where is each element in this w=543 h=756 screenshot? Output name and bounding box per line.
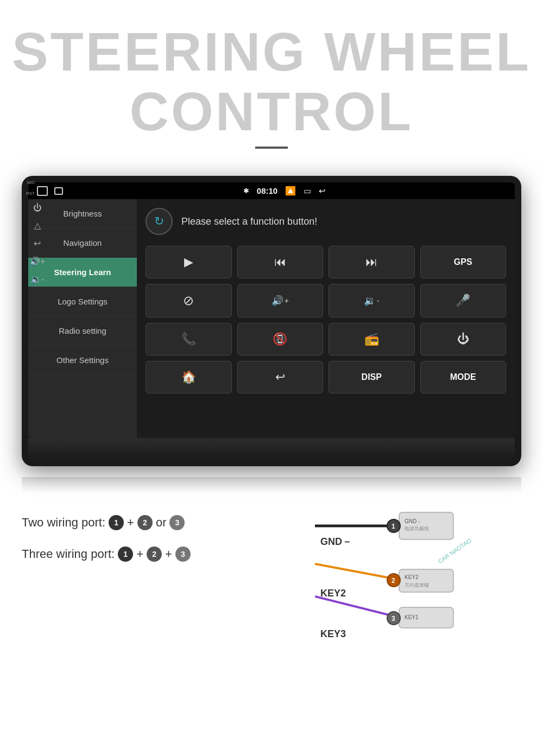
svg-text:KEY1: KEY1 bbox=[405, 614, 419, 620]
svg-text:CAR NAOTAO: CAR NAOTAO bbox=[437, 537, 472, 564]
svg-text:2: 2 bbox=[392, 577, 395, 585]
refresh-icon: ↻ bbox=[154, 214, 164, 228]
home-icon bbox=[37, 186, 48, 196]
plus-2b: + bbox=[165, 547, 172, 561]
gps-button[interactable]: GPS bbox=[420, 246, 507, 278]
bluetooth-icon: ✱ bbox=[243, 187, 249, 195]
wiring-diagram: GND - 电源负极线 1 KEY2 方向盘按键 2 KEY1 3 bbox=[315, 510, 521, 664]
home-side-icon[interactable]: △ bbox=[34, 220, 41, 231]
circle-3a: 3 bbox=[169, 515, 185, 530]
svg-text:GND -: GND - bbox=[405, 518, 420, 524]
sidebar-item-radio-setting[interactable]: Radio setting bbox=[28, 316, 137, 346]
mic-label: MIC bbox=[27, 180, 35, 185]
wiring-line-1: Two wiring port: 1 + 2 or 3 bbox=[22, 515, 304, 530]
svg-text:3: 3 bbox=[392, 615, 395, 622]
phone-button[interactable]: 📞 bbox=[146, 323, 232, 355]
two-wiring-label: Two wiring port: bbox=[22, 516, 105, 530]
svg-rect-8 bbox=[399, 569, 453, 592]
end-call-button[interactable]: 📵 bbox=[237, 323, 324, 355]
title-divider bbox=[255, 147, 288, 149]
circle-3b: 3 bbox=[175, 547, 191, 562]
wiring-svg: GND - 电源负极线 1 KEY2 方向盘按键 2 KEY1 3 bbox=[315, 510, 521, 662]
svg-text:KEY3: KEY3 bbox=[320, 628, 346, 639]
function-header: ↻ Please select a function button! bbox=[146, 208, 506, 235]
clock: 08:10 bbox=[257, 186, 277, 195]
signal-icon: ▭ bbox=[304, 186, 311, 196]
main-title: STEERING WHEEL CONTROL bbox=[11, 22, 532, 141]
plus-1a: + bbox=[127, 516, 134, 530]
wiring-text-col: Two wiring port: 1 + 2 or 3 Three wiring… bbox=[22, 510, 304, 578]
radio-button[interactable]: 📻 bbox=[329, 323, 415, 355]
function-prompt: Please select a function button! bbox=[181, 216, 317, 227]
wiring-row: Two wiring port: 1 + 2 or 3 Three wiring… bbox=[22, 510, 521, 664]
device-section: MIC RST ⏻ △ ↩ 🔊+ 🔉- ✱ 08:10 🔼 ▭ bbox=[0, 176, 543, 477]
device-outer: MIC RST ⏻ △ ↩ 🔊+ 🔉- ✱ 08:10 🔼 ▭ bbox=[22, 176, 521, 466]
wiring-line-2: Three wiring port: 1 + 2 + 3 bbox=[22, 547, 304, 562]
disp-button[interactable]: DISP bbox=[329, 361, 415, 393]
sidebar-item-other-settings[interactable]: Other Settings bbox=[28, 346, 137, 375]
back-button[interactable]: ↩ bbox=[237, 361, 324, 393]
status-bar: ✱ 08:10 🔼 ▭ ↩ bbox=[28, 182, 515, 199]
bottom-section: Two wiring port: 1 + 2 or 3 Three wiring… bbox=[0, 493, 543, 680]
vol-up-side-icon[interactable]: 🔊+ bbox=[29, 256, 45, 266]
header-section: STEERING WHEEL CONTROL bbox=[0, 0, 543, 176]
svg-text:方向盘按键: 方向盘按键 bbox=[405, 582, 429, 588]
prev-button[interactable]: ⏮ bbox=[237, 246, 324, 278]
vol-down-button[interactable]: 🔉- bbox=[329, 284, 415, 317]
svg-text:KEY2: KEY2 bbox=[405, 574, 419, 580]
mic-button[interactable]: 🎤 bbox=[420, 284, 507, 317]
or-text: or bbox=[156, 516, 167, 530]
power-side-icon[interactable]: ⏻ bbox=[33, 203, 42, 213]
nav-back-icon: ↩ bbox=[319, 186, 326, 196]
grid-buttons: ▶ ⏮ ⏭ GPS ⊘ 🔊+ 🔉- 🎤 📞 📵 📻 ⏻ bbox=[146, 246, 506, 393]
refresh-button[interactable]: ↻ bbox=[146, 208, 173, 235]
rst-label: RST bbox=[26, 191, 35, 196]
recents-icon bbox=[54, 187, 63, 195]
next-button[interactable]: ⏭ bbox=[329, 246, 415, 278]
mute-button[interactable]: ⊘ bbox=[146, 284, 232, 317]
status-center: ✱ 08:10 🔼 ▭ ↩ bbox=[243, 186, 326, 196]
play-button[interactable]: ▶ bbox=[146, 246, 232, 278]
side-icons: ⏻ △ ↩ 🔊+ 🔉- bbox=[29, 203, 45, 284]
svg-text:电源负极线: 电源负极线 bbox=[405, 526, 429, 531]
power-button[interactable]: ⏻ bbox=[420, 323, 507, 355]
svg-text:1: 1 bbox=[392, 523, 395, 530]
status-left bbox=[37, 186, 63, 196]
vol-up-button[interactable]: 🔊+ bbox=[237, 284, 324, 317]
device-reflection bbox=[28, 438, 515, 460]
circle-2b: 2 bbox=[147, 547, 162, 562]
plus-1b: + bbox=[136, 547, 143, 561]
shadow bbox=[22, 477, 521, 493]
sidebar-item-logo-settings[interactable]: Logo Settings bbox=[28, 287, 137, 316]
svg-text:GND－: GND－ bbox=[320, 536, 352, 547]
vol-down-side-icon[interactable]: 🔉- bbox=[30, 274, 44, 284]
mode-button[interactable]: MODE bbox=[420, 361, 507, 393]
back-side-icon[interactable]: ↩ bbox=[34, 238, 41, 249]
function-panel: ↻ Please select a function button! ▶ ⏮ ⏭… bbox=[137, 199, 515, 438]
circle-2a: 2 bbox=[137, 515, 153, 530]
wifi-icon: 🔼 bbox=[285, 186, 296, 196]
home-button[interactable]: 🏠 bbox=[146, 361, 232, 393]
main-content: Brightness Navigation Steering Learn Log… bbox=[28, 199, 515, 438]
circle-1a: 1 bbox=[109, 515, 124, 530]
circle-1b: 1 bbox=[118, 547, 133, 562]
three-wiring-label: Three wiring port: bbox=[22, 547, 115, 561]
svg-text:KEY2: KEY2 bbox=[320, 588, 346, 599]
screen: ✱ 08:10 🔼 ▭ ↩ Brightness Navigation Stee… bbox=[28, 182, 515, 438]
